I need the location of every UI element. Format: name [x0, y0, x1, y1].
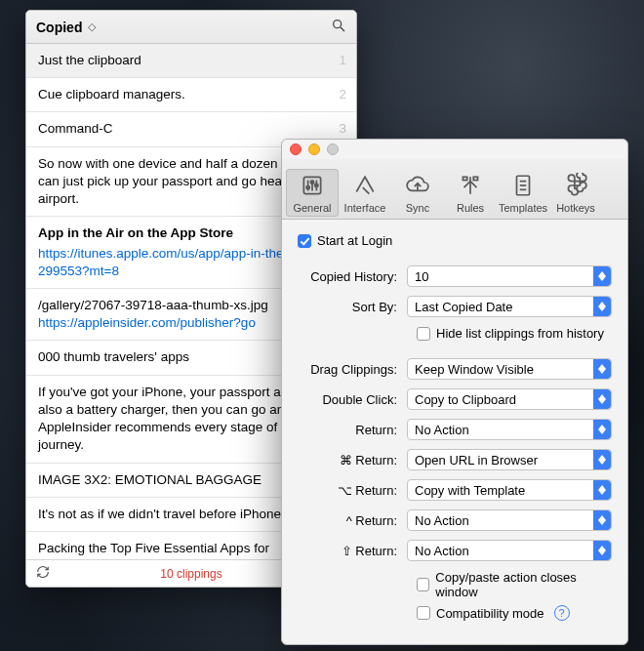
- copy-paste-closes-checkbox[interactable]: [417, 578, 429, 591]
- ctrl-return-label: ^ Return:: [298, 513, 407, 528]
- tab-label: Templates: [499, 202, 547, 214]
- tab-hotkeys[interactable]: Hotkeys: [549, 169, 602, 217]
- tab-label: Interface: [344, 202, 386, 214]
- tab-label: Sync: [406, 202, 429, 214]
- minimize-icon[interactable]: [308, 143, 320, 155]
- svg-rect-11: [463, 177, 466, 180]
- copy-paste-closes-label: Copy/paste action closes window: [435, 570, 612, 599]
- return-label: Return:: [298, 423, 407, 437]
- clip-index: 3: [339, 120, 346, 138]
- svg-point-6: [306, 186, 309, 189]
- cmd-return-label: ⌘ Return:: [298, 453, 407, 468]
- rules-icon: [458, 173, 483, 200]
- sort-indicator-icon[interactable]: ◇: [88, 20, 96, 33]
- return-select[interactable]: No Action: [407, 419, 612, 440]
- drag-clippings-select[interactable]: Keep Window Visible: [407, 358, 612, 380]
- interface-icon: [352, 173, 378, 200]
- opt-return-select[interactable]: Copy with Template: [407, 479, 612, 501]
- hotkeys-icon: [563, 173, 588, 200]
- clipboard-title[interactable]: Copied: [36, 20, 82, 35]
- preferences-body: Start at Login Copied History: 10 Sort B…: [282, 220, 627, 644]
- drag-clippings-label: Drag Clippings:: [298, 362, 407, 377]
- clip-text: Just the clipboard: [38, 52, 344, 69]
- cmd-return-select[interactable]: Open URL in Browser: [407, 449, 612, 470]
- tab-label: Rules: [457, 202, 484, 214]
- tab-label: General: [293, 202, 331, 214]
- copied-history-select[interactable]: 10: [407, 265, 612, 287]
- clip-text: Command-C: [38, 120, 344, 138]
- tab-templates[interactable]: Templates: [497, 169, 549, 217]
- preferences-toolbar: GeneralInterfaceSyncRulesTemplatesHotkey…: [282, 159, 627, 220]
- svg-point-7: [310, 181, 313, 183]
- start-at-login-label: Start at Login: [317, 233, 392, 248]
- opt-return-label: ⌥ Return:: [298, 483, 407, 498]
- clip-index: 1: [339, 52, 346, 69]
- compat-mode-checkbox[interactable]: [417, 606, 430, 620]
- svg-rect-12: [473, 177, 477, 180]
- tab-sync[interactable]: Sync: [391, 169, 444, 217]
- clip-text: Cue clipboard managers.: [38, 86, 344, 103]
- zoom-icon[interactable]: [327, 143, 339, 155]
- refresh-icon[interactable]: [36, 565, 50, 582]
- compat-mode-label: Compatibility mode: [436, 606, 544, 621]
- tab-label: Hotkeys: [556, 202, 595, 214]
- help-icon[interactable]: ?: [554, 605, 570, 621]
- copied-history-label: Copied History:: [298, 269, 407, 284]
- shift-return-select[interactable]: No Action: [407, 540, 612, 561]
- svg-point-0: [334, 20, 342, 28]
- start-at-login-row: Start at Login: [298, 233, 612, 248]
- sort-by-label: Sort By:: [298, 300, 407, 314]
- titlebar: [282, 140, 627, 159]
- svg-point-8: [315, 183, 318, 186]
- sort-by-select[interactable]: Last Copied Date: [407, 296, 612, 317]
- ctrl-return-select[interactable]: No Action: [407, 509, 612, 531]
- general-icon: [300, 173, 325, 200]
- double-click-label: Double Click:: [298, 392, 407, 407]
- copy-paste-closes-row: Copy/paste action closes window: [417, 570, 612, 599]
- shift-return-label: ⇧ Return:: [298, 544, 407, 558]
- clipboard-header: Copied ◇: [26, 11, 356, 44]
- hide-list-label: Hide list clippings from history: [436, 326, 604, 341]
- traffic-lights: [290, 143, 339, 155]
- tab-rules[interactable]: Rules: [444, 169, 497, 217]
- clip-index: 2: [339, 86, 346, 103]
- list-item[interactable]: Cue clipboard managers.2: [26, 78, 356, 112]
- tab-general[interactable]: General: [286, 169, 339, 217]
- hide-list-checkbox[interactable]: [417, 327, 430, 341]
- close-icon[interactable]: [290, 143, 302, 155]
- search-icon[interactable]: [331, 18, 346, 36]
- sync-icon: [405, 173, 430, 200]
- list-item[interactable]: Just the clipboard1: [26, 44, 356, 78]
- svg-line-1: [341, 27, 344, 31]
- templates-icon: [510, 173, 536, 200]
- tab-interface[interactable]: Interface: [339, 169, 391, 217]
- hide-list-row: Hide list clippings from history: [417, 326, 612, 341]
- preferences-window: GeneralInterfaceSyncRulesTemplatesHotkey…: [281, 139, 628, 645]
- compat-mode-row: Compatibility mode ?: [417, 605, 612, 621]
- start-at-login-checkbox[interactable]: [298, 234, 311, 248]
- double-click-select[interactable]: Copy to Clipboard: [407, 388, 612, 410]
